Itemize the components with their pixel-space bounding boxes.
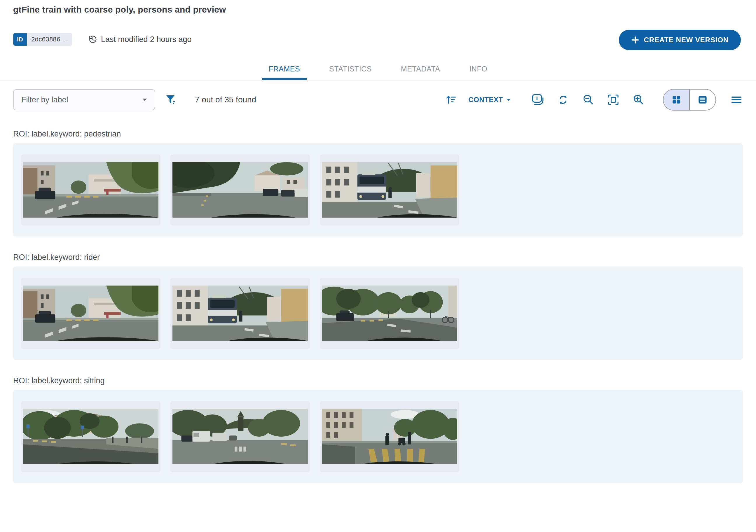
zoom-out-icon[interactable] (582, 93, 595, 106)
frame-thumbnail[interactable] (320, 278, 459, 349)
list-view-button[interactable] (689, 90, 716, 110)
fit-screen-icon[interactable] (607, 93, 620, 106)
tab-bar: FRAMES STATISTICS METADATA INFO (0, 65, 756, 81)
dataset-id-badge[interactable]: ID 2dc63886 ... (13, 33, 72, 46)
tab-frames[interactable]: FRAMES (262, 65, 307, 80)
info-card-icon[interactable] (531, 93, 545, 106)
caret-down-icon (506, 98, 511, 101)
section-label: ROI: label.keyword: rider (13, 253, 743, 262)
filter-funnel-icon[interactable] (164, 93, 177, 106)
grid-view-button[interactable] (663, 90, 689, 110)
frame-thumbnail[interactable] (171, 278, 310, 349)
roi-section-sitting: ROI: label.keyword: sitting (13, 376, 743, 483)
section-label: ROI: label.keyword: pedestrian (13, 129, 743, 139)
frame-thumbnail[interactable] (171, 154, 310, 226)
section-label: ROI: label.keyword: sitting (13, 376, 743, 385)
menu-icon[interactable] (730, 93, 743, 106)
tab-metadata[interactable]: METADATA (394, 65, 447, 80)
roi-section-rider: ROI: label.keyword: rider (13, 253, 743, 360)
filter-by-label-select[interactable]: Filter by label (13, 89, 155, 110)
frames-row (13, 143, 743, 237)
refresh-icon[interactable] (557, 93, 570, 106)
plus-icon (631, 36, 639, 44)
result-count: 7 out of 35 found (195, 95, 256, 104)
id-badge-label: ID (13, 33, 27, 46)
meta-row: ID 2dc63886 ... Last modified 2 hours ag… (13, 33, 743, 46)
history-icon (88, 34, 98, 45)
tab-statistics[interactable]: STATISTICS (322, 65, 378, 80)
frame-thumbnail[interactable] (320, 401, 459, 472)
roi-section-pedestrian: ROI: label.keyword: pedestrian (13, 129, 743, 237)
frames-row (13, 390, 743, 483)
zoom-in-icon[interactable] (632, 93, 645, 106)
last-modified-text: Last modified 2 hours ago (101, 35, 192, 44)
view-mode-toggle (663, 89, 716, 111)
create-new-version-button[interactable]: CREATE NEW VERSION (619, 30, 741, 50)
frame-thumbnail[interactable] (21, 154, 160, 226)
caret-down-icon (142, 98, 147, 101)
grid-view-icon (670, 94, 682, 106)
tab-info[interactable]: INFO (463, 65, 494, 80)
frame-thumbnail[interactable] (171, 401, 310, 472)
frame-thumbnail[interactable] (320, 154, 459, 226)
frames-row (13, 267, 743, 360)
filter-select-placeholder: Filter by label (21, 95, 68, 104)
list-view-icon (697, 94, 709, 106)
frames-toolbar: Filter by label 7 out of 35 found CONTEX… (13, 89, 743, 111)
page-title: gtFine train with coarse poly, persons a… (13, 5, 743, 14)
id-badge-value: 2dc63886 ... (27, 33, 72, 46)
last-modified: Last modified 2 hours ago (88, 34, 192, 45)
context-dropdown[interactable]: CONTEXT (468, 96, 511, 104)
sort-icon[interactable] (445, 93, 458, 106)
create-new-version-label: CREATE NEW VERSION (644, 36, 729, 44)
context-label: CONTEXT (468, 96, 503, 104)
dataset-page: gtFine train with coarse poly, persons a… (0, 5, 756, 532)
frame-thumbnail[interactable] (21, 401, 160, 472)
tool-icon-group (531, 93, 645, 106)
frame-thumbnail[interactable] (21, 278, 160, 349)
